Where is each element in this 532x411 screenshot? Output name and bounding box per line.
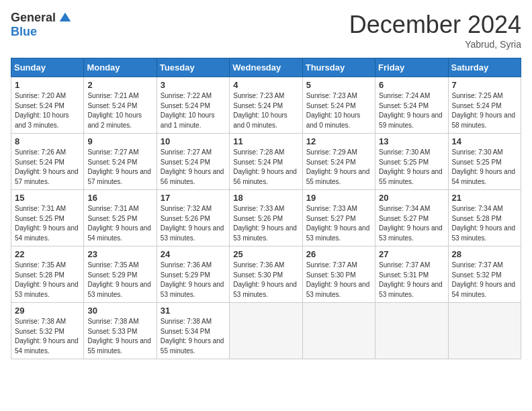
day-number: 11 [233, 136, 298, 146]
calendar-cell [448, 303, 521, 359]
logo: General Blue [11, 11, 72, 39]
calendar-cell: 8 Sunrise: 7:26 AMSunset: 5:24 PMDayligh… [11, 134, 84, 190]
day-number: 16 [87, 193, 152, 203]
calendar-cell: 23 Sunrise: 7:35 AMSunset: 5:29 PMDaylig… [84, 246, 157, 303]
cell-info: Sunrise: 7:33 AMSunset: 5:27 PMDaylight:… [306, 205, 370, 242]
calendar-week-row: 8 Sunrise: 7:26 AMSunset: 5:24 PMDayligh… [11, 134, 521, 190]
day-number: 25 [233, 249, 298, 259]
day-number: 2 [87, 80, 152, 90]
calendar-cell: 16 Sunrise: 7:31 AMSunset: 5:25 PMDaylig… [84, 190, 157, 246]
header-monday: Monday [84, 58, 157, 77]
calendar-cell: 1 Sunrise: 7:20 AMSunset: 5:24 PMDayligh… [11, 77, 84, 134]
day-number: 19 [306, 193, 371, 203]
calendar-cell: 19 Sunrise: 7:33 AMSunset: 5:27 PMDaylig… [302, 190, 375, 246]
calendar-week-row: 15 Sunrise: 7:31 AMSunset: 5:25 PMDaylig… [11, 190, 521, 246]
header-saturday: Saturday [448, 58, 521, 77]
cell-info: Sunrise: 7:33 AMSunset: 5:26 PMDaylight:… [233, 205, 297, 242]
calendar-cell: 9 Sunrise: 7:27 AMSunset: 5:24 PMDayligh… [84, 134, 157, 190]
calendar-cell: 11 Sunrise: 7:28 AMSunset: 5:24 PMDaylig… [230, 134, 302, 190]
day-number: 8 [15, 136, 80, 146]
cell-info: Sunrise: 7:23 AMSunset: 5:24 PMDaylight:… [233, 92, 287, 129]
cell-info: Sunrise: 7:28 AMSunset: 5:24 PMDaylight:… [233, 148, 297, 185]
cell-info: Sunrise: 7:23 AMSunset: 5:24 PMDaylight:… [306, 92, 361, 129]
calendar-week-row: 29 Sunrise: 7:38 AMSunset: 5:32 PMDaylig… [11, 303, 521, 359]
cell-info: Sunrise: 7:29 AMSunset: 5:24 PMDaylight:… [306, 148, 370, 185]
calendar-table: Sunday Monday Tuesday Wednesday Thursday… [11, 58, 521, 359]
day-number: 22 [15, 249, 80, 259]
calendar-cell: 25 Sunrise: 7:36 AMSunset: 5:30 PMDaylig… [230, 246, 302, 303]
cell-info: Sunrise: 7:35 AMSunset: 5:29 PMDaylight:… [87, 261, 151, 298]
day-number: 15 [15, 193, 80, 203]
calendar-cell: 27 Sunrise: 7:37 AMSunset: 5:31 PMDaylig… [375, 246, 448, 303]
calendar-cell [230, 303, 302, 359]
cell-info: Sunrise: 7:31 AMSunset: 5:25 PMDaylight:… [87, 205, 151, 242]
calendar-cell: 5 Sunrise: 7:23 AMSunset: 5:24 PMDayligh… [302, 77, 375, 134]
calendar-cell [302, 303, 375, 359]
calendar-cell: 17 Sunrise: 7:32 AMSunset: 5:26 PMDaylig… [157, 190, 229, 246]
cell-info: Sunrise: 7:30 AMSunset: 5:25 PMDaylight:… [379, 148, 443, 185]
calendar-cell: 6 Sunrise: 7:24 AMSunset: 5:24 PMDayligh… [375, 77, 448, 134]
page-header: General Blue December 2024 Yabrud, Syria [11, 11, 521, 50]
header-thursday: Thursday [302, 58, 375, 77]
calendar-cell: 30 Sunrise: 7:38 AMSunset: 5:33 PMDaylig… [84, 303, 157, 359]
calendar-week-row: 22 Sunrise: 7:35 AMSunset: 5:28 PMDaylig… [11, 246, 521, 303]
cell-info: Sunrise: 7:26 AMSunset: 5:24 PMDaylight:… [15, 148, 79, 185]
cell-info: Sunrise: 7:27 AMSunset: 5:24 PMDaylight:… [161, 148, 224, 185]
day-number: 26 [306, 249, 371, 259]
day-number: 13 [379, 136, 444, 146]
logo-general-text: General [11, 11, 56, 25]
header-tuesday: Tuesday [157, 58, 229, 77]
location-text: Yabrud, Syria [349, 39, 521, 50]
day-number: 6 [379, 80, 444, 90]
day-number: 20 [379, 193, 444, 203]
day-number: 29 [15, 306, 80, 316]
calendar-cell: 2 Sunrise: 7:21 AMSunset: 5:24 PMDayligh… [84, 77, 157, 134]
calendar-cell: 12 Sunrise: 7:29 AMSunset: 5:24 PMDaylig… [302, 134, 375, 190]
day-number: 30 [87, 306, 152, 316]
cell-info: Sunrise: 7:25 AMSunset: 5:24 PMDaylight:… [452, 92, 516, 129]
cell-info: Sunrise: 7:30 AMSunset: 5:25 PMDaylight:… [452, 148, 516, 185]
day-number: 3 [161, 80, 226, 90]
day-number: 31 [161, 306, 226, 316]
cell-info: Sunrise: 7:37 AMSunset: 5:30 PMDaylight:… [306, 261, 370, 298]
weekday-header-row: Sunday Monday Tuesday Wednesday Thursday… [11, 58, 521, 77]
calendar-cell: 15 Sunrise: 7:31 AMSunset: 5:25 PMDaylig… [11, 190, 84, 246]
day-number: 7 [452, 80, 517, 90]
header-friday: Friday [375, 58, 448, 77]
cell-info: Sunrise: 7:20 AMSunset: 5:24 PMDaylight:… [15, 92, 69, 129]
calendar-cell: 28 Sunrise: 7:37 AMSunset: 5:32 PMDaylig… [448, 246, 521, 303]
calendar-cell: 20 Sunrise: 7:34 AMSunset: 5:27 PMDaylig… [375, 190, 448, 246]
day-number: 27 [379, 249, 444, 259]
header-sunday: Sunday [11, 58, 84, 77]
cell-info: Sunrise: 7:32 AMSunset: 5:26 PMDaylight:… [161, 205, 224, 242]
title-area: December 2024 Yabrud, Syria [349, 11, 521, 50]
calendar-cell [375, 303, 448, 359]
day-number: 21 [452, 193, 517, 203]
cell-info: Sunrise: 7:22 AMSunset: 5:24 PMDaylight:… [161, 92, 215, 129]
cell-info: Sunrise: 7:27 AMSunset: 5:24 PMDaylight:… [87, 148, 151, 185]
calendar-cell: 29 Sunrise: 7:38 AMSunset: 5:32 PMDaylig… [11, 303, 84, 359]
cell-info: Sunrise: 7:36 AMSunset: 5:29 PMDaylight:… [161, 261, 224, 298]
calendar-cell: 24 Sunrise: 7:36 AMSunset: 5:29 PMDaylig… [157, 246, 229, 303]
calendar-cell: 3 Sunrise: 7:22 AMSunset: 5:24 PMDayligh… [157, 77, 229, 134]
calendar-cell: 26 Sunrise: 7:37 AMSunset: 5:30 PMDaylig… [302, 246, 375, 303]
cell-info: Sunrise: 7:38 AMSunset: 5:34 PMDaylight:… [161, 318, 224, 355]
calendar-cell: 18 Sunrise: 7:33 AMSunset: 5:26 PMDaylig… [230, 190, 302, 246]
cell-info: Sunrise: 7:24 AMSunset: 5:24 PMDaylight:… [379, 92, 443, 129]
header-wednesday: Wednesday [230, 58, 302, 77]
calendar-cell: 4 Sunrise: 7:23 AMSunset: 5:24 PMDayligh… [230, 77, 302, 134]
month-title: December 2024 [349, 11, 521, 39]
cell-info: Sunrise: 7:34 AMSunset: 5:28 PMDaylight:… [452, 205, 516, 242]
calendar-cell: 13 Sunrise: 7:30 AMSunset: 5:25 PMDaylig… [375, 134, 448, 190]
day-number: 9 [87, 136, 152, 146]
logo-blue-text: Blue [11, 25, 37, 39]
day-number: 4 [233, 80, 298, 90]
calendar-cell: 7 Sunrise: 7:25 AMSunset: 5:24 PMDayligh… [448, 77, 521, 134]
day-number: 17 [161, 193, 226, 203]
calendar-cell: 14 Sunrise: 7:30 AMSunset: 5:25 PMDaylig… [448, 134, 521, 190]
day-number: 23 [87, 249, 152, 259]
day-number: 5 [306, 80, 371, 90]
day-number: 1 [15, 80, 80, 90]
logo-icon [58, 11, 72, 25]
cell-info: Sunrise: 7:36 AMSunset: 5:30 PMDaylight:… [233, 261, 297, 298]
